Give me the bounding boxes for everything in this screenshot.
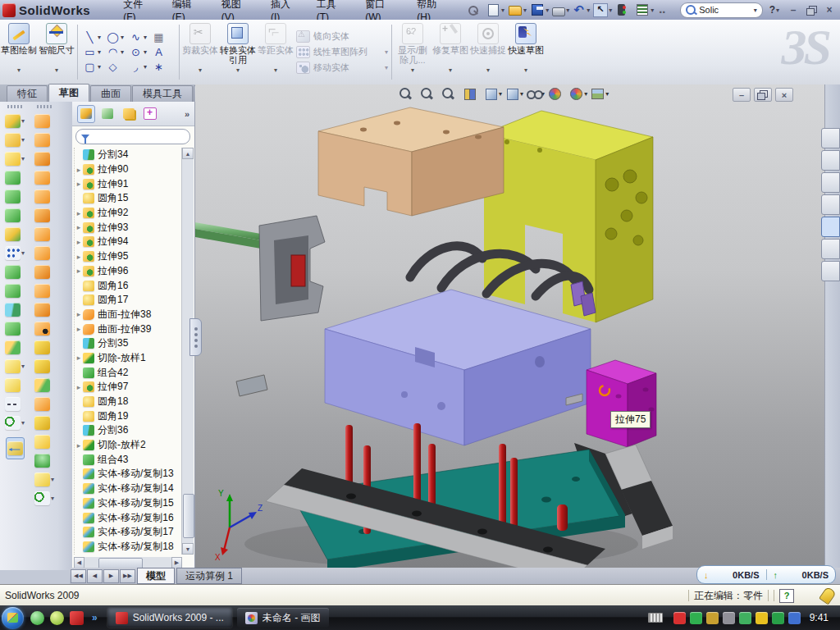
reference-plane-icon[interactable]: ▾ [5,357,25,376]
linear-pattern-icon[interactable]: ▾ [5,244,25,262]
zoom-selection-icon[interactable]: ▾ [441,87,459,100]
file-explorer-icon[interactable] [821,172,840,193]
network-icon[interactable] [739,612,751,624]
model-part-yellow-bracket[interactable] [484,111,653,322]
expand-arrow-icon[interactable]: ▸ [75,267,83,275]
tree-item[interactable]: ▸ 圆角15 [75,191,183,206]
ribbon-button[interactable]: 快速草图 ▾ [507,20,545,84]
thicken-icon[interactable]: ▾ [34,281,54,300]
mirror-feature-icon[interactable]: ▾ [5,281,25,300]
configurationmanager-tab[interactable] [120,105,138,123]
tree-item[interactable]: ▸ 拉伸93 [75,220,183,235]
lofted-boss-icon[interactable]: ▾ [5,187,25,206]
tree-item[interactable]: ▸ 实体-移动/复制15 [75,496,183,511]
curve-icon[interactable]: ▾ [5,413,25,432]
ribbon-button[interactable]: 转换实体引用 ▾ [219,20,257,84]
polygon-icon[interactable]: ▾ [106,61,128,73]
tree-item[interactable]: ▸ 组合42 [75,365,183,380]
start-button[interactable] [2,607,24,629]
security-app-icon[interactable] [50,611,64,625]
chamfer-icon[interactable]: ▾ [5,206,25,225]
expand-arrow-icon[interactable]: ▸ [75,354,83,362]
arc-icon[interactable]: ▾ [106,46,128,58]
dropdown-arrow-icon[interactable]: ▾ [609,7,612,14]
rib-icon[interactable]: ▾ [5,262,25,281]
new-document-icon[interactable]: ▾ [486,2,505,18]
dome-icon[interactable]: ▾ [34,451,54,470]
document-tab[interactable]: 模型 [137,568,175,584]
parting-line-icon[interactable]: ▾ [34,357,54,376]
tree-item[interactable]: ▸ 拉伸96 [75,264,183,279]
extruded-boss-icon[interactable]: ▾ [5,112,25,130]
close-button[interactable]: × [822,4,837,16]
ribbon-button[interactable]: 智能尺寸 ▾ [38,20,75,84]
scrollbar-thumb[interactable] [183,494,194,538]
slot-icon[interactable]: ▾ [83,61,105,73]
ribbon-button[interactable]: 剪裁实体 ▾ [181,20,219,84]
dropdown-arrow-icon[interactable]: ▾ [651,7,654,14]
delete-face-icon[interactable]: ▾ [34,319,54,338]
combine-icon[interactable]: ▾ [5,319,25,338]
last-tab-icon[interactable]: ▶▶ [120,569,135,583]
dropdown-arrow-icon[interactable]: ▾ [523,7,527,14]
tree-item[interactable]: ▸ 拉伸97 [75,380,183,395]
doc-restore-button[interactable] [754,88,772,102]
tree-item[interactable]: ▸ 圆角19 [75,409,183,423]
quick-launch-chevron-icon[interactable]: » [92,612,98,623]
solidworks-resources-icon[interactable] [821,194,840,215]
ribbon-stack-button[interactable]: 镜向实体 ▾ [296,30,388,43]
open-icon[interactable]: ▾ [507,2,527,18]
expand-arrow-icon[interactable]: ▸ [75,325,83,333]
panel-more-button[interactable]: » [185,109,189,119]
doc-close-button[interactable]: × [775,88,793,102]
display-style-icon[interactable]: ▾ [504,87,523,100]
featuremanager-tab[interactable] [77,105,95,123]
dimxpertmanager-tab[interactable] [141,105,159,123]
replace-face-icon[interactable]: ▾ [34,338,54,357]
expand-arrow-icon[interactable]: ▸ [75,209,83,217]
expand-arrow-icon[interactable]: ▸ [75,180,83,188]
tree-item[interactable]: ▸ 曲面-拉伸39 [75,322,183,336]
tree-item[interactable]: ▸ 实体-移动/复制14 [75,482,183,496]
badge-icon[interactable] [706,612,719,624]
parting-surface-icon[interactable]: ▾ [34,395,54,413]
select-icon[interactable]: ▾ [592,2,613,18]
line-icon[interactable]: ▾ [83,31,105,43]
dropdown-arrow-icon[interactable]: ▾ [501,7,504,14]
tree-item[interactable]: ▸ 曲面-拉伸38 [75,308,183,322]
tree-item[interactable]: ▸ 组合43 [75,452,183,467]
extruded-surface-icon[interactable]: ▾ [34,149,54,168]
next-tab-icon[interactable]: ▶ [103,569,119,583]
ribbon-button[interactable]: 修复草图 ▾ [431,20,469,84]
help-button[interactable]: ? [769,4,775,16]
dropdown-arrow-icon[interactable]: ▾ [566,7,569,14]
ribbon-button[interactable]: 等距实体 ▾ [257,20,294,84]
split-icon[interactable]: ▾ [5,300,25,319]
save-icon[interactable]: ▾ [529,2,550,18]
planar-surface-icon[interactable]: ▾ [34,206,54,225]
expand-arrow-icon[interactable]: ▸ [75,223,83,231]
update-icon[interactable] [788,612,801,624]
command-tab[interactable]: 特征 [7,85,48,102]
revolved-surface-icon[interactable]: ▾ [34,130,54,149]
model-part-sprue-clamp[interactable] [195,216,325,396]
tree-filter-input[interactable] [75,129,190,144]
tag-icon[interactable] [819,587,837,605]
volume-icon[interactable] [723,612,735,624]
zoom-fit-icon[interactable]: ▾ [398,87,417,100]
view-orientation-icon[interactable]: ▾ [483,87,502,100]
hide-show-items-icon[interactable]: ▾ [526,87,545,100]
hole-wizard-icon[interactable]: ▾ [5,225,25,244]
tree-item[interactable]: ▸ 分割34 [75,148,183,162]
shield-ok-icon[interactable] [690,612,702,624]
undo-icon[interactable]: ▾ [572,2,591,18]
panel-splitter-handle[interactable] [189,318,202,356]
radiate-surface-icon[interactable]: ▾ [34,244,54,262]
draft-analysis-icon[interactable]: ▾ [34,376,54,395]
sketch-fillet-icon[interactable]: ▾ [129,61,151,73]
filled-surface-icon[interactable]: ▾ [34,187,54,206]
tree-item[interactable]: ▸ 拉伸91 [75,176,183,191]
restore-button[interactable] [804,4,819,16]
antivirus-alert-icon[interactable] [673,612,686,624]
solidworks-launcher-icon[interactable] [70,611,84,625]
